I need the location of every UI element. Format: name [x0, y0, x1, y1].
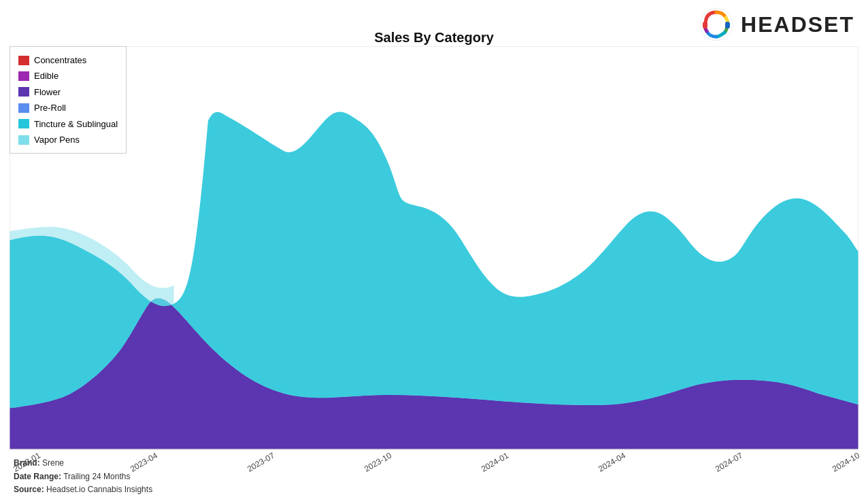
chart-title: Sales By Category	[0, 30, 868, 46]
legend-item-3: Pre-Roll	[18, 100, 118, 116]
legend-item-4: Tincture & Sublingual	[18, 116, 118, 132]
footer-info: Brand: Srene Date Range: Trailing 24 Mon…	[14, 457, 152, 496]
chart-svg	[10, 46, 858, 457]
source-value: Headset.io Cannabis Insights	[46, 485, 152, 494]
legend-swatch-5	[18, 135, 29, 145]
chart-legend: ConcentratesEdibleFlowerPre-RollTincture…	[10, 46, 127, 154]
legend-label-0: Concentrates	[34, 52, 86, 68]
legend-label-1: Edible	[34, 68, 59, 84]
legend-item-5: Vapor Pens	[18, 132, 118, 148]
legend-swatch-1	[18, 71, 29, 81]
legend-label-2: Flower	[34, 84, 61, 100]
svg-rect-1	[703, 22, 707, 29]
date-value: Trailing 24 Months	[63, 472, 130, 481]
legend-swatch-3	[18, 103, 29, 113]
chart-area	[10, 46, 858, 457]
legend-label-5: Vapor Pens	[34, 132, 80, 148]
page-container: HEADSET Sales By Category ConcentratesEd…	[0, 0, 868, 503]
legend-label-4: Tincture & Sublingual	[34, 116, 118, 132]
legend-item-0: Concentrates	[18, 52, 118, 68]
source-label: Source:	[14, 485, 44, 494]
brand-label: Brand:	[14, 458, 40, 468]
legend-item-1: Edible	[18, 68, 118, 84]
svg-rect-2	[725, 22, 730, 29]
legend-swatch-0	[18, 56, 29, 65]
legend-swatch-4	[18, 119, 29, 128]
date-label: Date Range:	[14, 472, 61, 481]
brand-value: Srene	[42, 458, 64, 468]
legend-item-2: Flower	[18, 84, 118, 100]
legend-label-3: Pre-Roll	[34, 100, 66, 116]
legend-swatch-2	[18, 87, 29, 97]
